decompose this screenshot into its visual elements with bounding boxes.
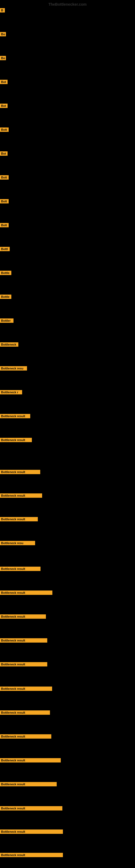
- bar-label: Bottleneck result: [0, 638, 47, 643]
- bar-item: Bottleneck result: [0, 853, 63, 858]
- bar-label: Bott: [0, 199, 9, 204]
- bar-item: Bottleneck result: [0, 590, 52, 596]
- bar-label: Bottle: [0, 271, 11, 275]
- bar-item: Bottleneck result: [0, 414, 30, 420]
- bar-item: Bottleneck result: [0, 758, 61, 764]
- bar-label: Bottleneck result: [0, 493, 42, 498]
- bar-item: Bottleneck result: [0, 710, 50, 716]
- bar-item: Bottleneck result: [0, 438, 32, 443]
- bar-label: Bottleneck r: [0, 390, 22, 394]
- bar-label: Bottleneck result: [0, 686, 52, 691]
- bar-item: Bottleneck result: [0, 830, 63, 835]
- bar-item: Bo: [0, 32, 6, 37]
- bar-item: Bottler: [0, 318, 13, 324]
- bar-item: Bot: [0, 80, 8, 85]
- bar-label: Bott: [0, 223, 9, 227]
- bar-label: Bottle: [0, 294, 11, 299]
- bar-label: Bottleneck result: [0, 734, 51, 739]
- bar-item: Bo: [0, 56, 6, 61]
- bar-label: Bottleneck result: [0, 758, 61, 763]
- bar-label: Bottl: [0, 247, 10, 251]
- bar-item: Bottleneck r: [0, 390, 22, 396]
- bar-label: Bottleneck resu: [0, 366, 27, 371]
- bar-item: Bottleneck result: [0, 734, 51, 740]
- bar-item: Bottleneck result: [0, 470, 40, 475]
- bar-label: Bottleneck result: [0, 517, 38, 521]
- bar-label: Bottleneck result: [0, 853, 63, 857]
- bar-item: Bottleneck result: [0, 567, 41, 572]
- bar-label: Bottleneck result: [0, 782, 57, 786]
- bar-label: Bottler: [0, 318, 13, 323]
- bar-item: Bott: [0, 127, 9, 133]
- bar-item: Bott: [0, 223, 9, 228]
- bar-label: Bottleneck result: [0, 662, 47, 666]
- bar-label: Bottleneck result: [0, 590, 52, 595]
- bar-item: Bott: [0, 199, 9, 205]
- bar-item: Bottleneck result: [0, 493, 42, 499]
- bar-item: Bottleneck: [0, 342, 18, 348]
- bar-item: Bottleneck result: [0, 614, 46, 620]
- bar-item: Bottle: [0, 271, 11, 276]
- bar-item: Bottleneck resu: [0, 541, 35, 546]
- bar-label: Bott: [0, 127, 9, 132]
- bar-item: Bottl: [0, 247, 10, 252]
- bar-item: Bottleneck resu: [0, 366, 27, 372]
- bar-item: Bott: [0, 175, 9, 181]
- bar-label: Bo: [0, 32, 6, 36]
- bar-label: Bottleneck result: [0, 614, 46, 619]
- bar-label: Bottleneck result: [0, 470, 40, 474]
- bar-label: Bot: [0, 104, 8, 108]
- bar-item: Bottleneck result: [0, 686, 52, 692]
- bar-label: Bot: [0, 151, 8, 156]
- bar-label: Bottleneck result: [0, 438, 32, 442]
- bar-item: Bottleneck result: [0, 806, 62, 812]
- bar-item: B: [0, 8, 5, 13]
- bar-item: Bottleneck result: [0, 517, 38, 522]
- bar-label: Bottleneck: [0, 342, 18, 347]
- bar-label: Bottleneck result: [0, 710, 50, 715]
- bar-label: B: [0, 8, 5, 12]
- bar-label: Bot: [0, 80, 8, 84]
- bar-item: Bottleneck result: [0, 638, 47, 644]
- bar-item: Bot: [0, 104, 8, 109]
- bar-label: Bo: [0, 56, 6, 60]
- bar-label: Bottleneck resu: [0, 541, 35, 545]
- bar-item: Bottle: [0, 294, 11, 300]
- bar-label: Bottleneck result: [0, 567, 41, 571]
- site-title: TheBottlenecker.com: [48, 2, 87, 6]
- bar-label: Bottleneck result: [0, 830, 63, 834]
- bar-item: Bot: [0, 151, 8, 157]
- bar-item: Bottleneck result: [0, 662, 47, 668]
- bar-label: Bott: [0, 175, 9, 180]
- bar-label: Bottleneck result: [0, 414, 30, 418]
- bar-label: Bottleneck result: [0, 806, 62, 810]
- bar-item: Bottleneck result: [0, 782, 57, 787]
